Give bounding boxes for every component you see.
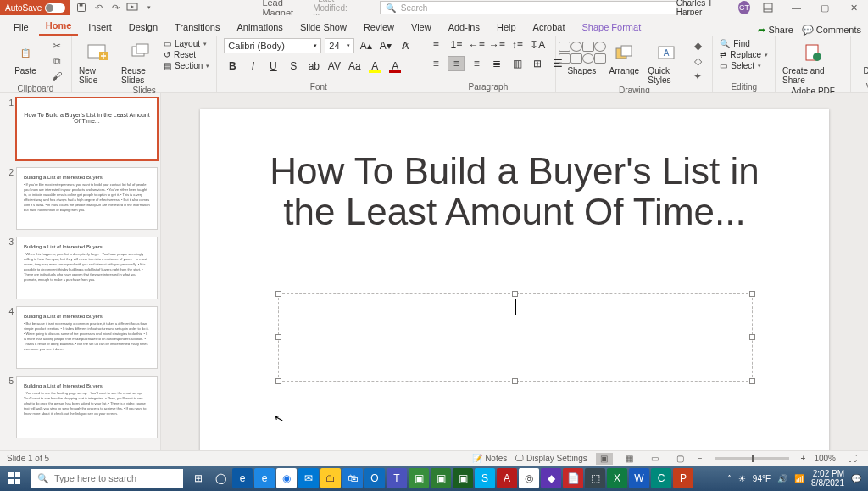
font-name-combo[interactable]: Calibri (Body)▾	[224, 38, 321, 53]
resize-handle[interactable]	[749, 378, 755, 384]
find-button[interactable]: 🔍 Find	[720, 39, 768, 48]
tab-shape-format[interactable]: Shape Format	[576, 19, 648, 36]
tab-review[interactable]: Review	[357, 19, 401, 36]
new-slide-button[interactable]: New Slide	[79, 37, 116, 85]
app3-icon[interactable]: ▣	[453, 468, 473, 488]
quick-styles-button[interactable]: A Quick Styles	[648, 37, 685, 85]
app5-icon[interactable]: ◆	[541, 468, 561, 488]
ribbon-options-icon[interactable]	[757, 0, 779, 15]
reading-view-icon[interactable]: ▭	[647, 453, 664, 465]
resize-handle[interactable]	[275, 378, 281, 384]
align-text-icon[interactable]: ⊞	[529, 56, 546, 71]
increase-font-icon[interactable]: A▴	[358, 37, 374, 54]
arrange-button[interactable]: Arrange	[605, 37, 643, 75]
section-button[interactable]: ▤ Section ▾	[164, 61, 209, 70]
zoom-slider[interactable]	[715, 457, 789, 460]
store-icon[interactable]: 🛍	[342, 468, 363, 488]
align-center-icon[interactable]: ≡	[448, 56, 465, 71]
thumbnail-row[interactable]: 4Building a List of Interested Buyers• B…	[3, 307, 157, 368]
dictate-button[interactable]: Dictate	[858, 37, 868, 75]
notes-button[interactable]: 📝 Notes	[472, 454, 507, 463]
tab-view[interactable]: View	[404, 19, 438, 36]
font-color-button[interactable]: A	[387, 58, 403, 75]
fit-to-window-icon[interactable]: ⛶	[844, 453, 861, 465]
resize-handle[interactable]	[749, 334, 755, 340]
slideshow-view-icon[interactable]: ▢	[672, 453, 689, 465]
resize-handle[interactable]	[512, 291, 518, 297]
share-button[interactable]: ➦ Share	[758, 25, 793, 36]
wifi-icon[interactable]: 📶	[794, 474, 804, 483]
comments-button[interactable]: 💬 Comments	[802, 25, 861, 36]
text-direction-icon[interactable]: ↧A	[529, 37, 546, 53]
line-spacing-icon[interactable]: ↕≡	[509, 37, 526, 53]
tab-animations[interactable]: Animations	[230, 19, 289, 36]
copy-icon[interactable]: ⧉	[49, 54, 64, 68]
thumbnail-row[interactable]: 2Building a List of Interested Buyers• I…	[3, 168, 157, 229]
font-size-combo[interactable]: 24▾	[325, 38, 354, 53]
slide[interactable]: How To Build a Buyer's List in the Least…	[200, 109, 829, 450]
app4-icon[interactable]: ◎	[519, 468, 539, 488]
powerpoint-icon[interactable]: P	[673, 468, 693, 488]
volume-icon[interactable]: 🔊	[777, 474, 787, 483]
thumbnail-row[interactable]: 3Building a List of Interested Buyers• W…	[3, 237, 157, 299]
indent-decrease-icon[interactable]: ←≡	[468, 37, 485, 53]
thumbnail-slide[interactable]: Building a List of Interested Buyers• Yo…	[17, 377, 157, 438]
indent-increase-icon[interactable]: →≡	[488, 37, 505, 53]
edge2-icon[interactable]: e	[254, 468, 275, 488]
taskbar-search[interactable]: 🔍Type here to search	[31, 469, 183, 488]
change-case-button[interactable]: Aa	[346, 58, 363, 75]
explorer-icon[interactable]: 🗀	[320, 468, 341, 488]
tab-transitions[interactable]: Transitions	[168, 19, 226, 36]
task-view-icon[interactable]: ⊞	[188, 468, 209, 488]
justify-icon[interactable]: ≣	[488, 56, 505, 71]
cut-icon[interactable]: ✂	[49, 39, 64, 53]
tab-acrobat[interactable]: Acrobat	[526, 19, 572, 36]
resize-handle[interactable]	[275, 334, 281, 340]
autosave-switch[interactable]	[45, 3, 65, 13]
redo-icon[interactable]: ↷	[109, 2, 121, 14]
replace-button[interactable]: ⇄ Replace ▾	[720, 50, 768, 59]
tab-file[interactable]: File	[7, 19, 36, 36]
tray-up-icon[interactable]: ˄	[727, 474, 732, 483]
format-painter-icon[interactable]: 🖌	[49, 70, 64, 83]
italic-button[interactable]: I	[244, 58, 261, 75]
align-left-icon[interactable]: ≡	[427, 56, 444, 71]
app6-icon[interactable]: ⬚	[585, 468, 605, 488]
thumbnail-panel[interactable]: 1How To Build a Buyer's List in the Leas…	[0, 93, 161, 450]
zoom-in-button[interactable]: +	[801, 454, 806, 463]
tab-slide-show[interactable]: Slide Show	[293, 19, 353, 36]
search-box[interactable]: 🔍 Search	[380, 1, 676, 14]
save-icon[interactable]	[75, 2, 87, 14]
tab-insert[interactable]: Insert	[81, 19, 119, 36]
thumbnail-row[interactable]: 1How To Build a Buyer's List in the Leas…	[3, 98, 157, 159]
clear-format-icon[interactable]: A̷	[397, 37, 413, 54]
tab-home[interactable]: Home	[39, 17, 79, 36]
excel-icon[interactable]: X	[607, 468, 627, 488]
slide-counter[interactable]: Slide 1 of 5	[7, 454, 49, 463]
decrease-font-icon[interactable]: A▾	[377, 37, 393, 54]
resize-handle[interactable]	[275, 291, 281, 297]
autosave-toggle[interactable]: AutoSave	[0, 0, 70, 15]
minimize-icon[interactable]: —	[786, 0, 808, 15]
avatar[interactable]: CT	[738, 1, 750, 14]
content-placeholder[interactable]	[278, 293, 753, 382]
tab-design[interactable]: Design	[122, 19, 164, 36]
mail-icon[interactable]: ✉	[298, 468, 319, 488]
shape-effects-icon[interactable]: ✦	[690, 70, 705, 83]
numbering-icon[interactable]: 1≡	[448, 37, 465, 53]
clock[interactable]: 2:02 PM 8/8/2021	[811, 469, 844, 488]
outlook-icon[interactable]: O	[364, 468, 385, 488]
shapes-button[interactable]: Shapes	[563, 37, 600, 75]
zoom-out-button[interactable]: −	[698, 454, 703, 463]
reset-button[interactable]: ↺ Reset	[164, 50, 209, 59]
word-icon[interactable]: W	[629, 468, 649, 488]
adobe-icon[interactable]: A	[497, 468, 517, 488]
signed-in-user[interactable]: Charles T Harper	[676, 0, 732, 17]
char-spacing-button[interactable]: AV	[326, 58, 342, 75]
normal-view-icon[interactable]: ▣	[596, 453, 613, 465]
app7-icon[interactable]: C	[651, 468, 671, 488]
underline-button[interactable]: U	[264, 58, 281, 75]
tab-help[interactable]: Help	[490, 19, 523, 36]
paste-button[interactable]: 📋 Paste	[7, 37, 44, 75]
close-icon[interactable]: ✕	[843, 0, 865, 15]
